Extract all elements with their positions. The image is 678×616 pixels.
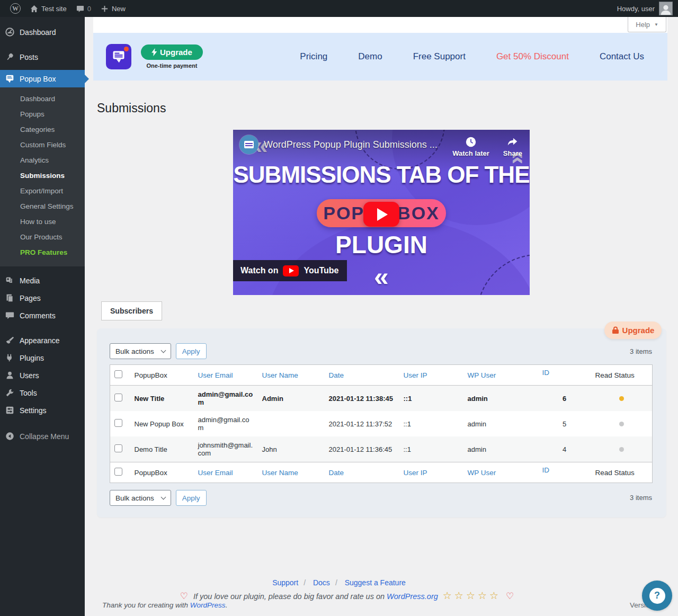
sidebar-item-pages[interactable]: Pages [0, 289, 85, 307]
howdy-text[interactable]: Howdy, user [617, 5, 655, 13]
video-title[interactable]: WordPress Popup Plugin Submissions ... [264, 139, 438, 150]
sidebar-item-settings[interactable]: Settings [0, 401, 85, 419]
submenu-item-export-import[interactable]: Export/Import [0, 183, 85, 199]
site-link[interactable]: Test site [25, 0, 72, 17]
select-all-checkbox[interactable] [114, 468, 122, 476]
select-all-checkbox[interactable] [114, 370, 122, 378]
collapse-menu-button[interactable]: Collapse Menu [0, 427, 85, 445]
avatar[interactable] [659, 2, 673, 15]
heart-icon: ♡ [180, 591, 188, 601]
sidebar-item-appearance[interactable]: Appearance [0, 332, 85, 349]
col-wp-user[interactable]: WP User [468, 469, 496, 477]
sidebar-item-label: Comments [20, 311, 56, 320]
star-icon[interactable]: ☆ [454, 590, 463, 601]
col-user-name[interactable]: User Name [262, 469, 298, 477]
book-icon [244, 141, 254, 148]
col-user-ip[interactable]: User IP [404, 469, 427, 477]
submenu-item-popups[interactable]: Popups [0, 106, 85, 122]
sidebar-item-popup-box[interactable]: Popup Box [0, 70, 85, 87]
sidebar-item-comments[interactable]: Comments [0, 307, 85, 324]
nav-discount[interactable]: Get 50% Discount [496, 51, 569, 62]
channel-avatar[interactable] [239, 135, 258, 154]
lock-icon [612, 326, 619, 334]
watch-later-label: Watch later [452, 149, 489, 157]
sidebar-item-posts[interactable]: Posts [0, 48, 85, 66]
star-icon[interactable]: ☆ [443, 590, 452, 601]
upgrade-button[interactable]: Upgrade [141, 44, 203, 60]
new-menu[interactable]: New [96, 0, 130, 17]
nav-free-support[interactable]: Free Support [413, 51, 466, 62]
bulk-actions-select[interactable]: Bulk actions [110, 343, 171, 359]
play-icon [377, 208, 388, 221]
tab-subscribers[interactable]: Subscribers [101, 301, 162, 320]
sidebar-item-label: Collapse Menu [20, 432, 69, 441]
bulk-actions-select[interactable]: Bulk actions [110, 490, 171, 506]
sidebar-item-plugins[interactable]: Plugins [0, 349, 85, 367]
payment-note: One-time payment [146, 63, 197, 69]
footer-link-docs[interactable]: Docs [313, 578, 330, 587]
submenu-item-categories[interactable]: Categories [0, 122, 85, 137]
submenu-item-how-to-use[interactable]: How to use [0, 214, 85, 229]
comment-icon [76, 5, 84, 13]
footer-link-suggest[interactable]: Suggest a Feature [345, 578, 406, 587]
apply-button[interactable]: Apply [176, 343, 207, 359]
submenu-item-general-settings[interactable]: General Settings [0, 199, 85, 214]
thanks-text: Thank you for creating with [102, 601, 188, 609]
help-bubble-button[interactable]: ? [642, 581, 672, 611]
comments-bubble[interactable]: 0 [72, 0, 96, 17]
col-user-email[interactable]: User Email [198, 469, 233, 477]
col-user-email[interactable]: User Email [198, 371, 233, 379]
footer-link-support[interactable]: Support [272, 578, 298, 587]
col-date[interactable]: Date [329, 469, 344, 477]
submenu-item-submissions[interactable]: Submissions [0, 168, 85, 183]
share-button[interactable]: Share [503, 136, 522, 157]
sidebar-item-tools[interactable]: Tools [0, 384, 85, 401]
wp-logo-menu[interactable]: W [5, 0, 25, 17]
subscribers-table: PopupBox User Email User Name Date User … [110, 364, 653, 483]
submenu-item-analytics[interactable]: Analytics [0, 153, 85, 168]
sidebar-item-label: Popup Box [20, 75, 56, 83]
sidebar-item-users[interactable]: Users [0, 367, 85, 384]
submenu-item-dashboard[interactable]: Dashboard [0, 91, 85, 106]
site-name: Test site [41, 5, 67, 13]
help-dropdown[interactable]: Help ▼ [628, 17, 666, 32]
row-checkbox[interactable] [114, 394, 122, 401]
nav-contact-us[interactable]: Contact Us [600, 51, 644, 62]
play-button[interactable] [363, 202, 399, 227]
list-upgrade-button[interactable]: Upgrade [604, 322, 662, 339]
star-icon[interactable]: ☆ [489, 590, 498, 601]
apply-button[interactable]: Apply [176, 490, 207, 506]
star-icon[interactable]: ☆ [478, 590, 487, 601]
row-checkbox[interactable] [114, 444, 122, 452]
list-upgrade-label: Upgrade [622, 326, 655, 335]
wordpress-org-link[interactable]: WordPress.org [387, 592, 438, 601]
col-date[interactable]: Date [329, 371, 344, 379]
submenu-item-pro-features[interactable]: PRO Features [0, 245, 85, 260]
table-row[interactable]: Demo Title johnsmith@gmail.com John 2021… [110, 436, 653, 462]
sidebar-item-media[interactable]: Media [0, 272, 85, 289]
col-user-ip[interactable]: User IP [404, 371, 427, 379]
tools-icon [5, 388, 14, 397]
col-id[interactable]: ID [542, 369, 550, 377]
sidebar-item-dashboard[interactable]: Dashboard [0, 23, 85, 41]
nav-demo[interactable]: Demo [358, 51, 382, 62]
submenu-item-custom-fields[interactable]: Custom Fields [0, 137, 85, 153]
nav-pricing[interactable]: Pricing [300, 51, 327, 62]
bulk-controls-top: Bulk actions Apply [110, 343, 207, 359]
unread-status-dot [619, 396, 624, 401]
wordpress-link[interactable]: WordPress [190, 601, 226, 609]
table-row[interactable]: New Title admin@gmail.com Admin 2021-01-… [110, 386, 653, 412]
youtube-video-embed[interactable]: « « WordPress Popup Plugin Submissions .… [233, 130, 530, 295]
table-row[interactable]: New Popup Box admin@gmail.com 2021-01-12… [110, 411, 653, 436]
submenu-item-our-products[interactable]: Our Products [0, 229, 85, 245]
watch-later-button[interactable]: Watch later [452, 136, 489, 157]
plugins-icon [5, 353, 14, 362]
col-id[interactable]: ID [542, 466, 550, 474]
watch-on-youtube-button[interactable]: Watch on YouTube [233, 260, 347, 281]
cell-id: 6 [538, 386, 591, 412]
row-checkbox[interactable] [114, 419, 122, 427]
star-icon[interactable]: ☆ [466, 590, 475, 601]
col-user-name[interactable]: User Name [262, 371, 298, 379]
footer-rating: ♡If you love our plugin, please do big f… [85, 590, 609, 602]
col-wp-user[interactable]: WP User [468, 371, 496, 379]
